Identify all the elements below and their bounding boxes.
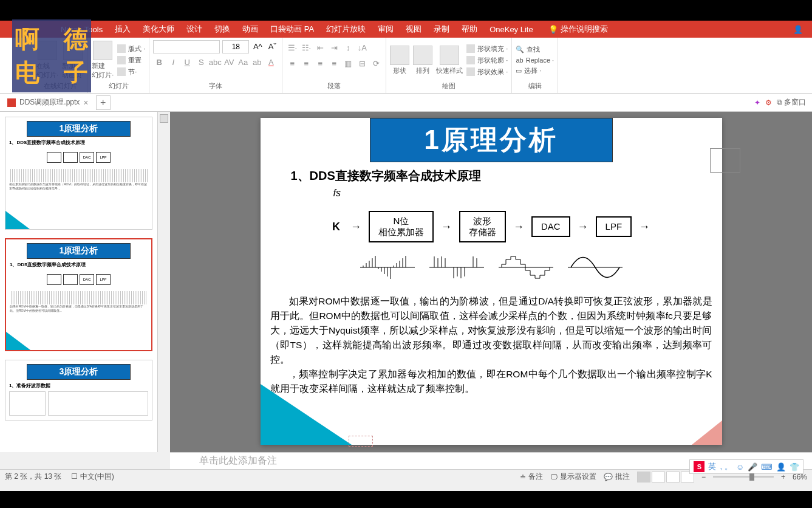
ime-skin-icon[interactable]: 👕 (790, 462, 799, 472)
italic-button[interactable]: I (167, 56, 179, 68)
arrange-button[interactable]: 排列 (413, 46, 432, 75)
tell-me-search[interactable]: 💡 操作说明搜索 (548, 24, 608, 35)
slide-thumbnail-1[interactable]: 1原理分析 1、DDS直接数字频率合成技术原理 DACLPF 相位累加器输出的数… (5, 117, 152, 230)
menu-slideshow[interactable]: 幻灯片放映 (320, 24, 372, 35)
menu-insert[interactable]: 插入 (109, 24, 137, 35)
display-settings-button[interactable]: 🖵 显示器设置 (550, 472, 596, 482)
font-family-combo[interactable] (153, 40, 220, 53)
menu-review[interactable]: 审阅 (372, 24, 400, 35)
menu-pa[interactable]: 口袋动画 PA (264, 24, 320, 35)
step-wave-icon (499, 253, 553, 281)
selection-indicator (710, 148, 740, 173)
settings-icon[interactable]: ⚙ (765, 98, 772, 107)
watermark-logo: 啊德 电子 (12, 19, 91, 92)
menu-onekey[interactable]: OneKey Lite (483, 25, 539, 34)
decoration-triangle-right (692, 420, 722, 445)
menu-animation[interactable]: 动画 (236, 24, 264, 35)
slide-canvas[interactable]: 1原理分析 1、DDS直接数字频率合成技术原理 fs K→ N位 相位累加器→ … (261, 118, 722, 445)
align-right-button[interactable]: ≡ (314, 57, 326, 69)
account-icon[interactable]: 👤 (793, 25, 812, 34)
quick-styles-button[interactable]: 快速样式 (436, 46, 463, 75)
shape-fill-button[interactable]: 形状填充 · (466, 44, 508, 53)
underline-button[interactable]: U (181, 56, 193, 68)
ribbon: 在线 幻灯片· 新加 动画页· 在线幻灯片 新建 幻灯片· 版式 · 重置 节·… (0, 38, 812, 94)
pulse-wave-icon (429, 253, 484, 281)
case-button[interactable]: Aa (237, 56, 249, 68)
scroll-up-button[interactable] (160, 114, 168, 123)
ime-voice-icon[interactable]: 🎤 (748, 462, 757, 472)
normal-view-button[interactable] (637, 472, 650, 482)
bullets-button[interactable]: ☰· (286, 41, 298, 53)
indent-inc-button[interactable]: ⇥ (328, 41, 340, 53)
align-text-button[interactable]: ⊟ (356, 57, 368, 69)
sogou-icon[interactable]: S (694, 461, 705, 472)
menu-design[interactable]: 设计 (180, 24, 208, 35)
slide-counter: 第 2 张，共 13 张 (5, 472, 61, 482)
spacing-button[interactable]: AV (223, 56, 235, 68)
sorter-view-button[interactable] (652, 472, 665, 482)
numbering-button[interactable]: ☷· (300, 41, 312, 53)
zoom-slider[interactable] (713, 476, 774, 478)
sawtooth-wave-icon (360, 253, 415, 281)
line-spacing-button[interactable]: ↕ (342, 41, 354, 53)
multi-window-button[interactable]: ⧉ 多窗口 (777, 97, 806, 108)
font-color-button[interactable]: A (265, 56, 277, 68)
selection-handle[interactable] (349, 436, 373, 447)
ime-punct-icon[interactable]: , 。 (720, 461, 732, 472)
slide-thumbnail-3[interactable]: 3原理分析 1、准备好波形数据 (5, 360, 152, 420)
menu-transition[interactable]: 切换 (208, 24, 236, 35)
ppt-icon (7, 98, 16, 107)
sine-wave-icon (568, 253, 623, 281)
smartart-button[interactable]: ⟳ (370, 57, 382, 69)
justify-button[interactable]: ≡ (328, 57, 340, 69)
find-button[interactable]: 🔍查找 (516, 45, 554, 54)
menu-record[interactable]: 录制 (428, 24, 455, 35)
decrease-font-button[interactable]: Aˇ (266, 40, 278, 52)
menu-view[interactable]: 视图 (400, 24, 428, 35)
close-tab-button[interactable]: × (83, 98, 88, 108)
layout-button[interactable]: 版式 · (117, 44, 145, 53)
slide-editor[interactable]: 1原理分析 1、DDS直接数字频率合成技术原理 fs K→ N位 相位累加器→ … (170, 112, 812, 452)
ime-emoji-icon[interactable]: ☺ (736, 462, 744, 472)
block-diagram[interactable]: fs K→ N位 相位累加器→ 波形 存储器→ DAC→ LPF→ (321, 188, 661, 281)
slide-subtitle[interactable]: 1、DDS直接数字频率合成技术原理 (291, 168, 481, 184)
slide-thumbnail-2[interactable]: 1原理分析 1、DDS直接数字频率合成技术原理 DACLPF 如果对ROM中数据… (5, 238, 152, 351)
bulb-icon: 💡 (548, 25, 558, 34)
reset-button[interactable]: 重置 (117, 56, 145, 65)
highlight-button[interactable]: ab (251, 56, 263, 68)
select-button[interactable]: ▭选择 · (516, 66, 554, 75)
reading-view-button[interactable] (666, 472, 680, 482)
ime-keyboard-icon[interactable]: ⌨ (761, 462, 773, 472)
menu-help[interactable]: 帮助 (455, 24, 483, 35)
shape-effects-button[interactable]: 形状效果 · (466, 67, 508, 77)
ime-user-icon[interactable]: 👤 (776, 462, 786, 472)
menu-bar: Noran Tools 插入 美化大师 设计 切换 动画 口袋动画 PA 幻灯片… (0, 21, 812, 38)
slide-body-text[interactable]: 如果对ROM中数据逐一取值，输出的为阶梯波，但是通过D/A转换即可恢复正弦波形，… (270, 294, 712, 396)
text-direction-button[interactable]: ↓A (356, 41, 368, 53)
menu-beautify[interactable]: 美化大师 (137, 24, 180, 35)
document-tab[interactable]: DDS调频原理.pptx × (2, 97, 94, 108)
replace-button[interactable]: abReplace · (516, 57, 554, 64)
shape-outline-button[interactable]: 形状轮廓 · (466, 56, 508, 65)
columns-button[interactable]: ▥ (342, 57, 354, 69)
shapes-button[interactable]: 形状 (390, 46, 409, 75)
section-button[interactable]: 节· (117, 67, 145, 77)
increase-font-button[interactable]: A^ (251, 40, 264, 52)
slide-title[interactable]: 1原理分析 (370, 118, 613, 162)
new-slide-button[interactable]: 新建 幻灯片· (92, 41, 114, 80)
slide-thumbnail-panel[interactable]: 1原理分析 1、DDS直接数字频率合成技术原理 DACLPF 相位累加器输出的数… (0, 112, 158, 452)
bold-button[interactable]: B (153, 56, 165, 68)
align-left-button[interactable]: ≡ (286, 57, 298, 69)
font-size-combo[interactable] (222, 40, 249, 53)
align-center-button[interactable]: ≡ (300, 57, 312, 69)
new-tab-button[interactable]: + (96, 95, 111, 110)
shadow-button[interactable]: abc (209, 56, 221, 68)
language-indicator[interactable]: ☐ 中文(中国) (71, 472, 114, 482)
indent-dec-button[interactable]: ⇤ (314, 41, 326, 53)
comments-button[interactable]: 💬 批注 (604, 472, 630, 482)
ime-toolbar[interactable]: S 英 , 。 ☺ 🎤 ⌨ 👤 👕 (689, 459, 803, 474)
strike-button[interactable]: S (195, 56, 207, 68)
magic-icon[interactable]: ✦ (754, 98, 760, 107)
notes-toggle[interactable]: ≐ 备注 (520, 472, 543, 482)
ime-lang[interactable]: 英 (708, 461, 716, 472)
